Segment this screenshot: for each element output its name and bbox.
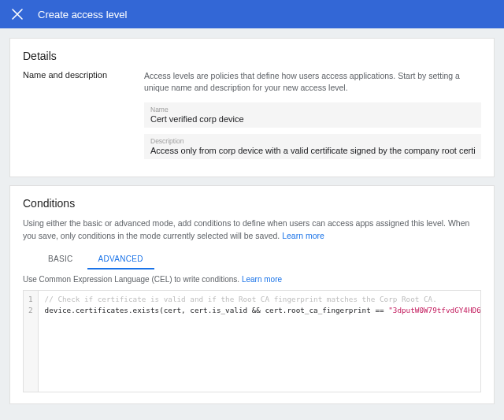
conditions-intro: Using either the basic or advanced mode,… — [23, 217, 481, 241]
name-field[interactable]: Name — [144, 102, 481, 128]
close-icon[interactable] — [9, 6, 25, 22]
tab-advanced[interactable]: ADVANCED — [87, 250, 154, 269]
mode-tabs: BASIC ADVANCED — [37, 250, 481, 270]
details-heading: Details — [23, 50, 481, 62]
code-comment: // Check if certificate is valid and if … — [45, 295, 437, 303]
name-label: Name — [150, 106, 475, 113]
code-line2-pre: device.certificates.exists(cert, cert.is… — [45, 306, 389, 314]
name-input[interactable] — [150, 114, 475, 124]
details-intro: Access levels are policies that define h… — [144, 70, 481, 93]
conditions-card: Conditions Using either the basic or adv… — [9, 185, 495, 403]
conditions-heading: Conditions — [23, 197, 481, 210]
cel-editor[interactable]: 12 // Check if certificate is valid and … — [23, 290, 481, 392]
tab-basic[interactable]: BASIC — [37, 250, 84, 269]
page-body: Details Name and description Access leve… — [0, 28, 504, 404]
editor-gutter: 12 — [24, 291, 39, 392]
editor-code[interactable]: // Check if certificate is valid and if … — [39, 291, 481, 392]
cel-hint-text: Use Common Expression Language (CEL) to … — [23, 275, 242, 284]
cel-hint: Use Common Expression Language (CEL) to … — [23, 275, 481, 284]
description-field[interactable]: Description — [144, 134, 481, 159]
conditions-intro-text: Using either the basic or advanced mode,… — [23, 218, 469, 240]
cel-learn-more-link[interactable]: Learn more — [242, 275, 282, 284]
app-bar: Create access level — [0, 0, 504, 28]
page-title: Create access level — [38, 9, 127, 20]
details-card: Details Name and description Access leve… — [9, 38, 495, 177]
description-input[interactable] — [150, 146, 475, 155]
name-desc-label: Name and description — [23, 70, 125, 165]
description-label: Description — [150, 137, 475, 145]
footer-actions: CANCEL SAVE — [0, 412, 504, 420]
learn-more-link[interactable]: Learn more — [282, 231, 324, 240]
code-line2-string: "3dputW0W79tfvdGY4HD6fPm6VNzlG+x0TRVFvtQ… — [388, 306, 481, 314]
